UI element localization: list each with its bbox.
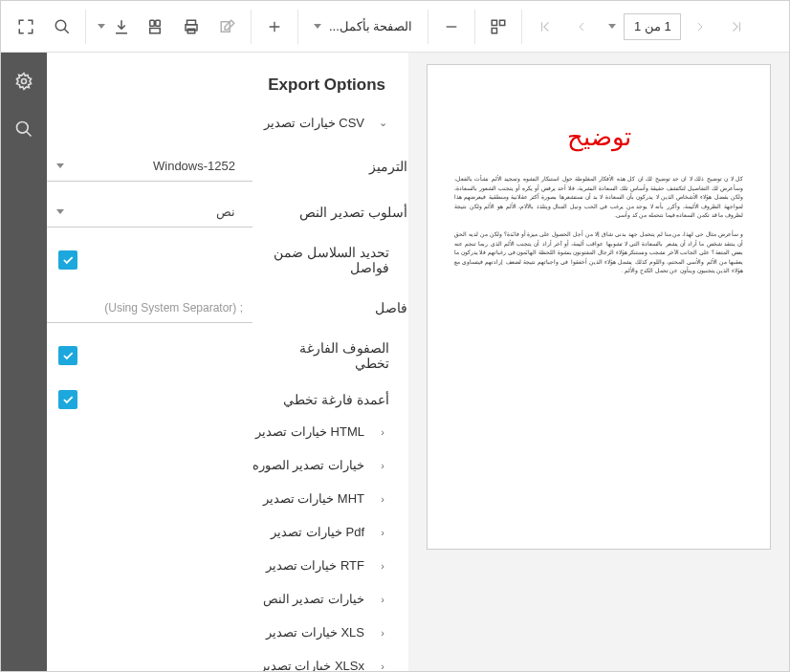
next-page-button[interactable]	[683, 10, 717, 44]
separator	[85, 10, 86, 44]
separator	[251, 10, 252, 44]
section-image[interactable]: خيارات تصدير الصوره ›	[47, 452, 401, 478]
first-page-button[interactable]	[528, 10, 562, 44]
chevron-down-icon	[608, 24, 616, 29]
chevron-right-icon: ›	[376, 527, 389, 538]
last-page-button[interactable]	[719, 10, 754, 44]
skip-rows-checkbox[interactable]	[58, 346, 77, 365]
page-indicator: 1 من 1	[624, 13, 681, 40]
print-button[interactable]	[138, 10, 172, 44]
page-selector[interactable]: 1 من 1	[601, 10, 681, 44]
svg-rect-8	[500, 20, 505, 25]
row-skip-empty-cols: أعمدة فارغة تخطي	[47, 380, 401, 419]
section-text[interactable]: خيارات تصدير النص ›	[47, 586, 401, 612]
text-mode-select[interactable]: نص	[47, 197, 252, 228]
chevron-right-icon: ›	[376, 560, 389, 572]
chevron-down-icon	[56, 163, 64, 168]
section-xls[interactable]: خيارات تصدير XLS ›	[47, 619, 401, 645]
chevron-right-icon: ›	[376, 594, 389, 605]
zoom-level-label: الصفحة بأكمل...	[329, 19, 412, 33]
separator	[297, 10, 298, 44]
preview-page: توضيح كل لا ن توضيح ذلك لا ان حد توضيح ل…	[427, 64, 771, 550]
panel-title: Export Options	[47, 76, 401, 110]
section-html[interactable]: خيارات تصدير HTML ›	[47, 419, 401, 444]
chevron-down-icon	[314, 24, 321, 29]
row-separator: (Using System Separator) ; فاصل	[47, 285, 401, 331]
chevron-right-icon: ›	[376, 627, 389, 639]
svg-rect-9	[493, 28, 497, 33]
export-options-panel: Export Options خيارات تصدير CSV ⌄ Window…	[47, 53, 408, 672]
zoom-level-dropdown[interactable]: الصفحة بأكمل...	[304, 10, 422, 44]
search-button[interactable]	[45, 10, 79, 44]
main-area: Export Options خيارات تصدير CSV ⌄ Window…	[1, 53, 789, 672]
row-skip-empty-rows: الصفوف الفارغة تخطي	[47, 331, 401, 380]
print-alt-button[interactable]	[174, 10, 208, 44]
separator-input[interactable]: (Using System Separator) ;	[47, 293, 252, 323]
main-toolbar: الصفحة بأكمل... 1 من 1	[1, 1, 789, 53]
document-title: توضيح	[454, 122, 743, 152]
chevron-right-icon: ›	[376, 460, 389, 471]
chevron-down-icon	[98, 24, 105, 29]
prev-page-button[interactable]	[564, 10, 599, 44]
separator	[521, 10, 522, 44]
chevron-down-icon: ⌄	[376, 117, 389, 129]
encoding-select[interactable]: Windows-1252	[47, 151, 252, 182]
sidebar-search-button[interactable]	[9, 114, 39, 144]
zoom-in-button[interactable]	[257, 10, 292, 44]
separator	[474, 10, 475, 44]
row-quote-strings: تحديد السلاسل ضمن فواصل	[47, 235, 401, 285]
row-text-mode: نص أسلوب تصدير النص	[47, 189, 401, 235]
fullscreen-button[interactable]	[9, 10, 43, 44]
chevron-right-icon: ›	[376, 661, 389, 672]
svg-point-0	[55, 20, 66, 31]
chevron-right-icon: ›	[376, 493, 389, 505]
chevron-right-icon: ›	[376, 426, 389, 438]
left-sidebar	[1, 53, 47, 672]
section-xlsx[interactable]: خيارات تصدير XLSx ›	[47, 653, 401, 672]
svg-rect-2	[156, 20, 161, 26]
svg-point-11	[17, 122, 29, 134]
section-mht[interactable]: خيارات تصدير MHT ›	[47, 486, 401, 511]
settings-button[interactable]	[9, 66, 39, 97]
export-dropdown[interactable]	[92, 10, 136, 44]
svg-point-10	[22, 79, 27, 84]
quote-strings-checkbox[interactable]	[58, 250, 77, 270]
row-encoding: Windows-1252 الترميز	[47, 143, 401, 189]
layout-button[interactable]	[481, 10, 516, 44]
zoom-out-button[interactable]	[434, 10, 469, 44]
section-pdf[interactable]: خيارات تصدير Pdf ›	[47, 519, 401, 545]
document-preview[interactable]: توضيح كل لا ن توضيح ذلك لا ان حد توضيح ل…	[408, 53, 789, 672]
chevron-down-icon	[56, 209, 64, 214]
section-csv[interactable]: خيارات تصدير CSV ⌄	[47, 110, 401, 136]
svg-rect-7	[493, 20, 497, 25]
skip-cols-checkbox[interactable]	[58, 390, 77, 409]
section-rtf[interactable]: خيارات تصدير RTF ›	[47, 553, 401, 578]
document-body: كل لا ن توضيح ذلك لا ان حد توضيح لك ان ك…	[454, 175, 743, 276]
separator	[428, 10, 428, 44]
svg-rect-1	[150, 20, 155, 26]
edit-button[interactable]	[210, 10, 245, 44]
